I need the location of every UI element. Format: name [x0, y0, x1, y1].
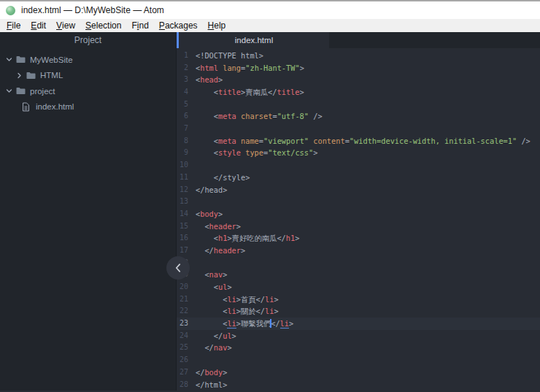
tree-item-mywebsite[interactable]: MyWebSite [0, 52, 176, 68]
chevron-down-icon[interactable] [6, 88, 16, 94]
code-line-21[interactable]: 21 <li>首頁</li> [177, 293, 540, 306]
line-number: 7 [177, 123, 196, 135]
code-line-19[interactable]: 19 <nav> [177, 269, 540, 281]
line-number: 22 [177, 305, 196, 318]
line-content: <header> [196, 220, 241, 233]
line-content: </style> [196, 172, 250, 184]
code-line-9[interactable]: 9 <style type="text/css"> [177, 147, 540, 159]
line-number: 9 [177, 147, 196, 159]
line-content: <meta name="viewport" content="width=dev… [196, 135, 531, 147]
code-line-27[interactable]: 27</body> [177, 366, 540, 379]
tree-view-toggle-button[interactable] [166, 256, 190, 280]
line-number: 6 [177, 110, 196, 123]
folder-icon [16, 87, 26, 95]
code-line-5[interactable]: 5 [177, 99, 540, 111]
line-number: 15 [177, 220, 196, 233]
line-number: 1 [177, 50, 196, 62]
line-content: <meta charset="utf-8" /> [196, 110, 323, 123]
line-number: 3 [177, 74, 196, 86]
line-number: 13 [177, 196, 196, 208]
line-number: 24 [177, 330, 196, 342]
line-number: 12 [177, 184, 196, 196]
code-line-11[interactable]: 11 </style> [177, 172, 540, 184]
line-content: <!DOCTYPE html> [196, 50, 263, 62]
code-line-4[interactable]: 4 <title>賣南瓜</title> [177, 86, 540, 99]
menu-packages[interactable]: Packages [154, 19, 203, 32]
project-panel-header: Project [0, 32, 176, 48]
tree-item-label: index.html [36, 102, 74, 111]
code-editor[interactable]: 1<!DOCTYPE html>2<html lang="zh-Hant-TW"… [177, 48, 540, 391]
tree-item-label: MyWebSite [30, 55, 73, 64]
tree-view: MyWebSiteHTMLprojectindex.html [0, 48, 176, 115]
code-line-14[interactable]: 14<body> [177, 208, 540, 220]
code-line-13[interactable]: 13 [177, 196, 540, 208]
tree-item-html[interactable]: HTML [0, 68, 176, 84]
code-line-3[interactable]: 3<head> [177, 74, 540, 86]
code-line-12[interactable]: 12</head> [177, 184, 540, 196]
code-line-10[interactable]: 10 [177, 159, 540, 172]
line-number: 14 [177, 208, 196, 220]
line-number: 28 [177, 379, 196, 391]
menu-edit[interactable]: Edit [26, 19, 51, 32]
code-line-23[interactable]: 23 <li>聯繫我們</li> [177, 318, 540, 330]
line-number: 17 [177, 245, 196, 257]
line-number: 21 [177, 293, 196, 306]
project-sidebar: Project MyWebSiteHTMLprojectindex.html [0, 32, 177, 391]
code-line-28[interactable]: 28</html> [177, 379, 540, 391]
code-line-1[interactable]: 1<!DOCTYPE html> [177, 50, 540, 62]
main-area: Project MyWebSiteHTMLprojectindex.html i… [0, 32, 540, 391]
code-line-17[interactable]: 17 </header> [177, 245, 540, 257]
line-number: 26 [177, 354, 196, 366]
line-number: 16 [177, 232, 196, 245]
title-bar: index.html — D:\MyWebSite — Atom [0, 0, 540, 19]
menu-bar: FileEditViewSelectionFindPackagesHelp [0, 19, 540, 32]
line-number: 5 [177, 99, 196, 111]
code-line-2[interactable]: 2<html lang="zh-Hant-TW"> [177, 62, 540, 74]
tab-bar: index.html [177, 32, 540, 48]
line-number: 8 [177, 135, 196, 147]
chevron-right-icon[interactable] [16, 72, 26, 79]
chevron-down-icon[interactable] [6, 56, 16, 63]
line-content: <li>首頁</li> [196, 293, 279, 306]
line-content: </body> [196, 366, 227, 379]
menu-help[interactable]: Help [203, 19, 231, 32]
line-number: 10 [177, 159, 196, 172]
line-number: 23 [177, 318, 196, 330]
folder-icon [16, 55, 26, 64]
menu-find[interactable]: Find [126, 19, 153, 32]
line-number: 27 [177, 366, 196, 379]
menu-view[interactable]: View [51, 19, 80, 32]
menu-file[interactable]: File [1, 19, 26, 32]
line-number: 4 [177, 86, 196, 99]
tree-item-label: HTML [40, 71, 63, 80]
code-line-6[interactable]: 6 <meta charset="utf-8" /> [177, 110, 540, 123]
line-content: <title>賣南瓜</title> [196, 86, 304, 99]
line-number: 25 [177, 342, 196, 354]
code-line-7[interactable]: 7 [177, 123, 540, 135]
folder-icon [26, 72, 36, 80]
code-line-22[interactable]: 22 <li>關於</li> [177, 305, 540, 318]
tree-item-label: project [30, 87, 55, 96]
line-number: 2 [177, 62, 196, 74]
line-content: </nav> [196, 342, 232, 354]
menu-selection[interactable]: Selection [80, 19, 126, 32]
code-line-18[interactable]: 18 [177, 257, 540, 269]
code-line-15[interactable]: 15 <header> [177, 220, 540, 233]
line-number: 11 [177, 172, 196, 184]
code-line-20[interactable]: 20 <ul> [177, 281, 540, 293]
line-content: </header> [196, 245, 245, 257]
tree-item-project[interactable]: project [0, 83, 176, 99]
code-line-25[interactable]: 25 </nav> [177, 342, 540, 354]
code-line-16[interactable]: 16 <h1>賣好吃的南瓜</h1> [177, 232, 540, 245]
line-content: </head> [196, 184, 227, 196]
atom-logo-icon [6, 6, 15, 15]
tab-index-html[interactable]: index.html [179, 32, 329, 48]
chevron-left-icon [175, 264, 181, 272]
code-line-26[interactable]: 26 [177, 354, 540, 366]
code-line-24[interactable]: 24 </ul> [177, 330, 540, 342]
line-content: <head> [196, 74, 223, 86]
line-content: </ul> [196, 330, 236, 342]
code-line-8[interactable]: 8 <meta name="viewport" content="width=d… [177, 135, 540, 147]
file-icon [22, 102, 31, 112]
tree-item-index-html[interactable]: index.html [0, 99, 176, 115]
